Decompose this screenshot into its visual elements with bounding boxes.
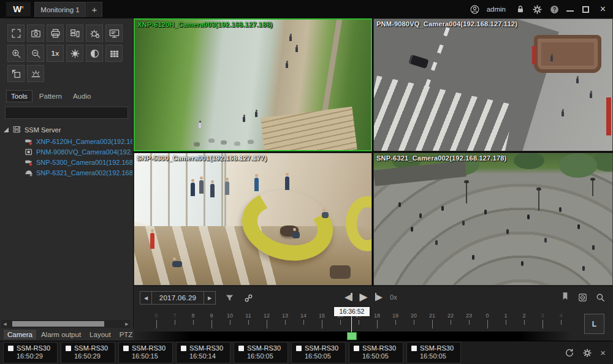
bottom-tab-alarm-output[interactable]: Alarm output (37, 330, 85, 339)
zoom-out-icon (30, 48, 42, 59)
zoom-1x-button[interactable]: 1x (47, 45, 64, 62)
person-figure (576, 78, 579, 83)
filter-icon[interactable] (224, 293, 235, 303)
camera-label: SNP-5300_Camera001(192.168.127.177) (36, 159, 132, 166)
tree-expand-icon[interactable] (4, 127, 9, 132)
layout-grid-icon (109, 48, 120, 59)
timeline[interactable]: 6789101112131415161718192021222301234 16… (134, 309, 613, 341)
timeline-track[interactable] (134, 332, 581, 341)
timeline-tick (340, 320, 341, 325)
event-time: 16:50:05 (420, 352, 460, 360)
sidebar-horizontal-scrollbar[interactable]: ◀ ▶ (1, 320, 131, 328)
date-field[interactable]: 2017.06.29 (152, 291, 204, 305)
step-backward-button[interactable]: ◀ (345, 292, 352, 301)
help-icon[interactable] (549, 4, 560, 15)
tree-node-camera-1[interactable]: XNP-6120H_Camera003(192.168.127.188) (25, 136, 132, 146)
timeline-hour-label: 1 (500, 313, 512, 319)
event-rule-icon (89, 28, 101, 39)
settings-gear-icon[interactable] (532, 4, 543, 15)
minimize-button[interactable] (566, 6, 574, 13)
event-rule-button[interactable] (86, 25, 103, 42)
link-icon[interactable] (243, 293, 254, 303)
scroll-right-icon[interactable]: ▶ (123, 322, 131, 327)
timeline-tick (395, 320, 396, 325)
timeline-time-tooltip: 16:36:52 (334, 307, 370, 316)
event-cell-7[interactable]: SSM-RS3016:50:05 (349, 342, 403, 363)
contrast-button[interactable] (86, 45, 103, 62)
search-input[interactable] (6, 108, 128, 119)
fullscreen-button[interactable] (7, 25, 25, 42)
tree-node-camera-3[interactable]: SNP-5300_Camera001(192.168.127.177) (25, 157, 132, 167)
tab-monitoring-1[interactable]: Monitoring 1 (34, 2, 86, 17)
event-source: SSM-RS30 (17, 344, 50, 352)
prev-day-button[interactable]: ◀ (140, 291, 152, 305)
person-figure (254, 178, 259, 191)
video-frame-lobby (134, 153, 371, 285)
event-cell-5[interactable]: SSM-RS3016:50:05 (234, 342, 288, 363)
timeline-hour-label: 0 (481, 313, 493, 319)
export-record-icon[interactable] (577, 292, 588, 303)
video-tile-2[interactable]: PNM-9080VQ_Camera004(192.168.127.112) (373, 18, 613, 151)
maximize-button[interactable] (581, 4, 591, 15)
video-tile-4[interactable]: SNP-6321_Camera002(192.168.127.178) (373, 153, 613, 286)
alarm-icon (30, 68, 42, 80)
bottom-tab-layout[interactable]: Layout (86, 330, 115, 339)
layout-grid-button[interactable] (105, 45, 123, 62)
add-tab-button[interactable]: + (86, 2, 102, 17)
close-button[interactable]: × (598, 4, 608, 15)
timeline-position-marker[interactable] (347, 332, 357, 340)
video-grid: XNP-6120H_Camera003(192.168.127.188) P (134, 18, 613, 286)
video-tile-1[interactable]: XNP-6120H_Camera003(192.168.127.188) (134, 18, 372, 151)
play-button[interactable]: ▶ (360, 290, 368, 303)
timeline-tick (230, 320, 230, 325)
tree-node-server[interactable]: SSM Server (4, 125, 133, 134)
bookmark-icon[interactable] (560, 291, 570, 303)
ptz-pattern-button[interactable] (7, 65, 25, 82)
event-cell-4[interactable]: SSM-RS3016:50:14 (176, 342, 230, 363)
event-source: SSM-RS30 (305, 344, 338, 352)
bottom-tab-camera[interactable]: Camera (4, 330, 36, 339)
event-cell-3[interactable]: SSM-RS3016:50:15 (118, 342, 173, 363)
person-figure (199, 123, 201, 128)
event-strip-close-icon[interactable]: × (600, 347, 606, 358)
event-cell-2[interactable]: SSM-RS3016:50:29 (61, 342, 115, 363)
search-playback-icon[interactable] (595, 292, 606, 303)
ptz-camera-icon (25, 137, 33, 146)
event-time: 16:50:05 (362, 352, 403, 360)
next-day-button[interactable]: ▶ (204, 291, 216, 305)
timeline-hour-label: 3 (536, 313, 549, 319)
snapshot-button[interactable] (27, 25, 44, 42)
zoom-out-button[interactable] (27, 45, 44, 62)
alarm-button[interactable] (27, 65, 44, 82)
refresh-icon[interactable] (565, 348, 574, 358)
scroll-left-icon[interactable]: ◀ (1, 322, 9, 327)
timeline-tick (303, 320, 304, 325)
event-type-icon (354, 346, 359, 351)
scrollbar-thumb[interactable] (12, 321, 104, 327)
delete-record-icon (69, 28, 81, 39)
person-figure (286, 63, 288, 68)
event-cell-1[interactable]: SSM-RS3016:50:29 (3, 342, 58, 363)
tree-node-camera-4[interactable]: SNP-6321_Camera002(192.168.127.178) (25, 167, 132, 178)
sidebar-tab-audio[interactable]: Audio (69, 91, 95, 102)
event-time: 16:50:29 (17, 352, 57, 360)
print-button[interactable] (47, 25, 64, 42)
timeline-tick (267, 320, 267, 328)
step-forward-button[interactable]: ▶ (375, 292, 383, 301)
delete-record-button[interactable] (66, 25, 83, 42)
event-cell-8[interactable]: SSM-RS3016:50:05 (406, 342, 461, 363)
scrollbar-track[interactable] (9, 320, 123, 327)
sidebar-tab-tools[interactable]: Tools (6, 90, 32, 102)
event-time: 16:50:14 (189, 352, 230, 360)
timeline-hour-label: 20 (408, 313, 420, 319)
zoom-in-button[interactable] (7, 45, 25, 62)
display-button[interactable] (105, 25, 123, 42)
tree-node-camera-2[interactable]: PNM-9080VQ_Camera004(192.168.127.112) (25, 146, 132, 157)
video-tile-3[interactable]: SNP-5300_Camera001(192.168.127.177) (134, 153, 372, 286)
lock-icon[interactable] (515, 4, 525, 15)
live-mode-button[interactable]: L (584, 314, 604, 334)
event-cell-6[interactable]: SSM-RS3016:50:05 (291, 342, 346, 363)
brightness-button[interactable] (66, 45, 83, 62)
event-settings-gear-icon[interactable] (582, 348, 592, 358)
sidebar-tab-pattern[interactable]: Pattern (35, 91, 66, 102)
